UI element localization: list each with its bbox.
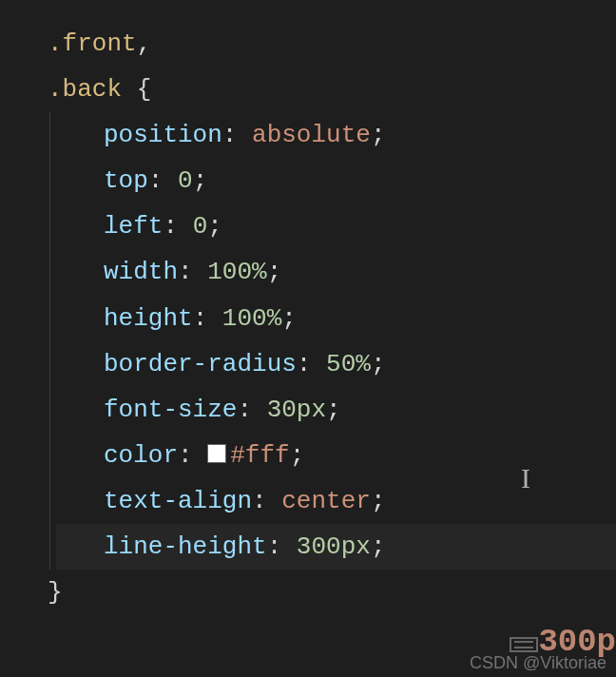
brace-close: } bbox=[48, 578, 63, 607]
css-value: absolute bbox=[252, 121, 371, 149]
ruler-icon bbox=[510, 637, 538, 652]
css-value: 30px bbox=[267, 396, 326, 424]
brace-close-line: } bbox=[48, 570, 616, 615]
declaration-line: border-radius: 50%; bbox=[104, 341, 616, 387]
css-value: 100% bbox=[207, 258, 266, 286]
color-swatch-icon bbox=[207, 444, 226, 463]
selector-line-2: .back { bbox=[48, 67, 616, 112]
indent-block: position: absolute; top: 0; left: 0; wid… bbox=[49, 112, 616, 570]
css-property: height bbox=[104, 304, 193, 333]
css-value: #fff bbox=[230, 441, 289, 470]
declaration-line: text-align: center; bbox=[104, 478, 616, 524]
css-property: left bbox=[104, 212, 163, 241]
css-value: 300px bbox=[297, 532, 371, 561]
css-value: 50% bbox=[326, 350, 371, 378]
declaration-line: height: 100%; bbox=[104, 296, 616, 341]
declaration-line-active: line-height: 300px; bbox=[56, 524, 616, 570]
declaration-line: left: 0; bbox=[104, 203, 616, 249]
css-value: center bbox=[281, 487, 371, 515]
declaration-line: font-size: 30px; bbox=[104, 387, 616, 433]
css-value: 100% bbox=[222, 304, 281, 333]
css-value: 0 bbox=[178, 166, 193, 195]
selector-line-1: .front, bbox=[48, 21, 616, 67]
css-property: position bbox=[104, 121, 222, 149]
code-editor[interactable]: .front, .back { position: absolute; top:… bbox=[48, 21, 616, 615]
css-property: line-height bbox=[104, 532, 267, 561]
css-property: border-radius bbox=[104, 350, 297, 378]
text-cursor-icon bbox=[521, 462, 523, 489]
css-property: width bbox=[104, 258, 178, 286]
css-selector: .back bbox=[48, 75, 122, 104]
comma: , bbox=[137, 29, 152, 58]
css-property: font-size bbox=[104, 396, 237, 424]
brace-open: { bbox=[137, 75, 152, 104]
watermark-text: CSDN @Viktoriae bbox=[470, 653, 606, 673]
declaration-line: color: #fff; bbox=[104, 433, 616, 478]
css-selector: .front bbox=[48, 29, 137, 58]
css-property: text-align bbox=[104, 487, 252, 515]
css-property: color bbox=[104, 441, 178, 470]
declaration-line: width: 100%; bbox=[104, 249, 616, 295]
declaration-line: top: 0; bbox=[104, 158, 616, 203]
css-value: 0 bbox=[193, 212, 208, 241]
declaration-line: position: absolute; bbox=[104, 112, 616, 158]
css-property: top bbox=[104, 166, 148, 195]
